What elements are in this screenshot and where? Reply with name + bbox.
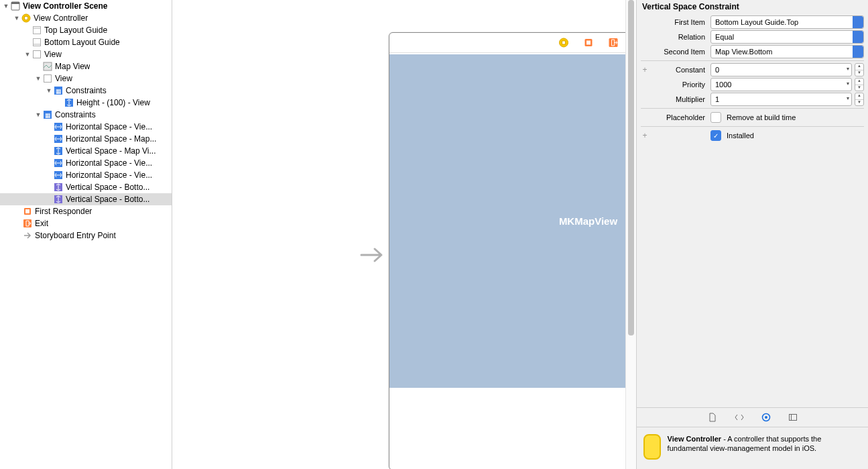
chevron-updown-icon: ▴▾ bbox=[858, 18, 861, 26]
constraints-group-icon: ▦ bbox=[54, 86, 63, 95]
outline-label: Horizontal Space - Vie... bbox=[66, 158, 152, 168]
constant-stepper[interactable]: ▲▼ bbox=[855, 63, 864, 76]
label-second-item: Second Item bbox=[652, 48, 708, 56]
label-first-item: First Item bbox=[652, 18, 708, 26]
svg-text:▦: ▦ bbox=[56, 88, 62, 95]
disclosure-icon[interactable]: ▼ bbox=[35, 75, 42, 82]
stepper-down-icon[interactable]: ▼ bbox=[855, 70, 863, 76]
multiplier-value: 1 bbox=[715, 95, 719, 103]
outline-label: Bottom Layout Guide bbox=[44, 38, 120, 47]
first-responder-icon bbox=[23, 207, 32, 216]
disclosure-icon[interactable]: ▼ bbox=[24, 51, 31, 58]
svg-rect-24 bbox=[25, 209, 29, 213]
outline-first-responder[interactable]: First Responder bbox=[0, 205, 172, 217]
add-installed-button[interactable]: + bbox=[641, 131, 649, 140]
constraint-icon bbox=[54, 134, 63, 144]
outline-label: Storyboard Entry Point bbox=[35, 231, 116, 240]
exit-icon[interactable] bbox=[608, 38, 618, 48]
object-library-tab-icon[interactable] bbox=[761, 413, 771, 422]
add-constant-button[interactable]: + bbox=[641, 65, 649, 74]
outline-entry-point[interactable]: Storyboard Entry Point bbox=[0, 229, 172, 242]
outline-bottom-layout-guide[interactable]: Bottom Layout Guide bbox=[0, 36, 172, 48]
svg-rect-10 bbox=[44, 75, 52, 83]
disclosure-icon[interactable]: ▼ bbox=[13, 15, 20, 21]
outline-constraint-item[interactable]: Vertical Space - Map Vi... bbox=[0, 145, 172, 157]
scrollbar-thumb[interactable] bbox=[628, 0, 634, 335]
canvas-scrollbar[interactable] bbox=[625, 0, 636, 469]
view-controller-icon[interactable] bbox=[558, 38, 568, 48]
outline-label: View bbox=[55, 74, 72, 83]
outline-scene[interactable]: ▼ View Controller Scene bbox=[0, 0, 172, 12]
outline-label: Top Layout Guide bbox=[44, 25, 107, 35]
exit-icon bbox=[23, 219, 32, 228]
storyboard-canvas[interactable]: MKMapView bbox=[172, 0, 637, 469]
second-item-select[interactable]: Map View.Bottom▴▾ bbox=[710, 45, 864, 58]
disclosure-icon[interactable]: ▼ bbox=[46, 87, 52, 94]
svg-point-34 bbox=[765, 416, 767, 419]
stepper-up-icon[interactable]: ▲ bbox=[855, 79, 863, 85]
outline-top-layout-guide[interactable]: Top Layout Guide bbox=[0, 24, 172, 36]
view-controller-icon bbox=[643, 434, 661, 460]
outline-height-constraint[interactable]: Height - (100) - View bbox=[0, 97, 172, 109]
inspector-panel: Vertical Space Constraint First Item Bot… bbox=[637, 0, 868, 469]
map-view-canvas[interactable]: MKMapView bbox=[389, 54, 637, 388]
outline-view-controller[interactable]: ▼ View Controller bbox=[0, 12, 172, 24]
constraint-icon bbox=[54, 122, 63, 132]
library-help: View Controller - A controller that supp… bbox=[637, 427, 868, 469]
code-snippet-tab-icon[interactable] bbox=[735, 413, 744, 422]
file-template-tab-icon[interactable] bbox=[708, 413, 717, 422]
layout-guide-icon bbox=[32, 25, 42, 35]
svg-rect-1 bbox=[11, 2, 19, 4]
constraint-icon bbox=[54, 146, 63, 156]
outline-label: Height - (100) - View bbox=[76, 98, 150, 107]
remove-at-build-checkbox[interactable] bbox=[710, 112, 721, 123]
chevron-down-icon[interactable]: ▾ bbox=[847, 95, 849, 101]
outline-constraint-item[interactable]: Horizontal Space - Vie... bbox=[0, 169, 172, 181]
scene-icon bbox=[11, 1, 20, 11]
outline-inner-constraints[interactable]: ▼ ▦ Constraints bbox=[0, 85, 172, 97]
mapview-icon bbox=[43, 62, 52, 71]
stepper-down-icon[interactable]: ▼ bbox=[855, 100, 863, 106]
first-item-select[interactable]: Bottom Layout Guide.Top▴▾ bbox=[710, 15, 864, 29]
svg-rect-27 bbox=[562, 41, 565, 44]
outline-map-view[interactable]: Map View bbox=[0, 60, 172, 72]
outline-label: Horizontal Space - Map... bbox=[66, 134, 156, 144]
outline-label: Horizontal Space - Vie... bbox=[66, 170, 152, 180]
relation-value: Equal bbox=[715, 33, 734, 41]
priority-stepper[interactable]: ▲▼ bbox=[855, 78, 864, 91]
outline-inner-view[interactable]: ▼ View bbox=[0, 72, 172, 85]
chevron-down-icon[interactable]: ▾ bbox=[847, 66, 849, 72]
outline-constraint-item[interactable]: Vertical Space - Botto... bbox=[0, 181, 172, 193]
disclosure-icon[interactable]: ▼ bbox=[3, 3, 9, 9]
label-installed: Installed bbox=[727, 132, 754, 140]
stepper-up-icon[interactable]: ▲ bbox=[855, 64, 863, 70]
constant-field[interactable]: 0▾ bbox=[710, 63, 852, 76]
disclosure-icon[interactable]: ▼ bbox=[35, 111, 42, 118]
outline-constraint-item[interactable]: Horizontal Space - Map... bbox=[0, 133, 172, 145]
stepper-up-icon[interactable]: ▲ bbox=[855, 93, 863, 100]
chevron-down-icon[interactable]: ▾ bbox=[847, 81, 849, 87]
outline-label: View Controller Scene bbox=[23, 1, 108, 11]
priority-field[interactable]: 1000▾ bbox=[710, 78, 852, 91]
relation-select[interactable]: Equal▴▾ bbox=[710, 30, 864, 44]
media-library-tab-icon[interactable] bbox=[788, 413, 798, 422]
device-frame[interactable]: MKMapView bbox=[389, 32, 637, 469]
first-responder-icon[interactable] bbox=[583, 38, 593, 48]
outline-exit[interactable]: Exit bbox=[0, 217, 172, 229]
installed-checkbox[interactable]: ✓ bbox=[710, 130, 721, 141]
multiplier-field[interactable]: 1▾ bbox=[710, 93, 852, 106]
outline-constraints[interactable]: ▼ ▦ Constraints bbox=[0, 109, 172, 121]
stepper-down-icon[interactable]: ▼ bbox=[855, 85, 863, 91]
svg-rect-8 bbox=[34, 51, 41, 58]
outline-constraint-item-selected[interactable]: Vertical Space - Botto... bbox=[0, 193, 172, 205]
outline-constraint-item[interactable]: Horizontal Space - Vie... bbox=[0, 157, 172, 169]
outline-constraint-item[interactable]: Horizontal Space - Vie... bbox=[0, 121, 172, 133]
label-constant: Constant bbox=[652, 66, 708, 74]
label-placeholder: Placeholder bbox=[652, 113, 708, 121]
outline-view[interactable]: ▼ View bbox=[0, 48, 172, 60]
outline-label: View Controller bbox=[34, 13, 88, 23]
view-icon bbox=[32, 50, 42, 59]
document-outline: ▼ View Controller Scene ▼ View Controlle… bbox=[0, 0, 172, 469]
multiplier-stepper[interactable]: ▲▼ bbox=[855, 93, 864, 106]
scene-header[interactable] bbox=[389, 33, 637, 53]
